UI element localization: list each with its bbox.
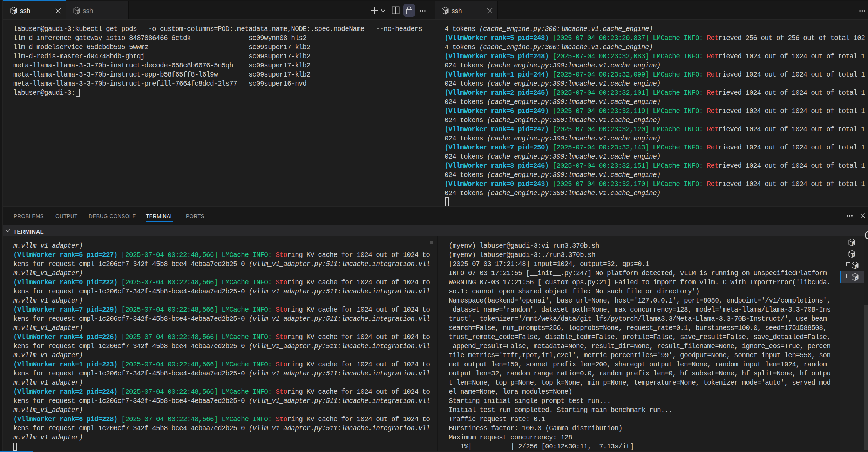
- svg-text:$: $: [853, 254, 854, 257]
- svg-text:$: $: [446, 11, 447, 14]
- svg-text:$: $: [14, 11, 16, 14]
- svg-text:$: $: [856, 277, 857, 280]
- svg-text:$: $: [856, 266, 857, 268]
- svg-text:$: $: [853, 242, 854, 245]
- svg-text:$: $: [77, 11, 79, 14]
